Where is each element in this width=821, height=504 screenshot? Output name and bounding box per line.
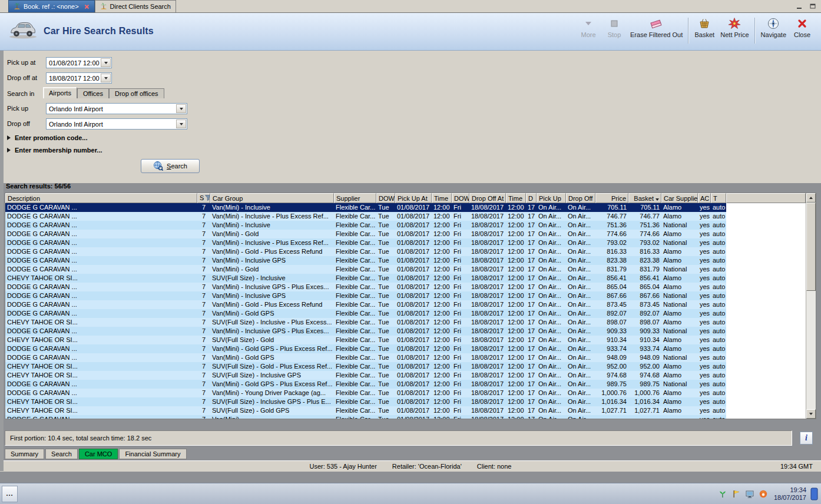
table-row[interactable]: CHEVY TAHOE OR SI...7SUV(Full Size) - Go… xyxy=(5,336,806,344)
table-row[interactable]: DODGE G CARAVAN ...7Van(Mini) - Inclusiv… xyxy=(5,256,806,265)
cell-price: 898.07 xyxy=(595,318,628,327)
cell-supplier: Flexible Car... xyxy=(334,380,376,389)
dropdown-arrow-icon[interactable] xyxy=(101,74,111,82)
column-header-time[interactable]: Time xyxy=(432,193,452,203)
cell-days: 17 xyxy=(526,380,537,389)
bottom-tab-search[interactable]: Search xyxy=(45,449,78,459)
toolbar-navigate-button[interactable]: Navigate xyxy=(758,16,789,39)
column-header-time[interactable]: Time xyxy=(506,193,526,203)
column-header-price[interactable]: Price xyxy=(595,193,628,203)
toolbar-basket-button[interactable]: Basket xyxy=(691,16,717,39)
combo-value: 01/08/2017 12:00 xyxy=(47,59,100,67)
table-row[interactable]: DODGE G CARAVAN ...7Van(Mini) - ...Flexi… xyxy=(5,415,806,419)
table-row[interactable]: DODGE G CARAVAN ...7Van(Mini) - Gold - P… xyxy=(5,247,806,256)
toolbar-erase-filtered-out-button[interactable]: Erase Filtered Out xyxy=(627,16,686,39)
promotion-code-label: Enter promotion code... xyxy=(15,134,87,141)
search-in-tab-offices[interactable]: Offices xyxy=(77,88,109,98)
tab-direct-clients-search[interactable]: Direct Clients Search xyxy=(95,0,176,12)
search-in-tab-drop-off-offices[interactable]: Drop off offices xyxy=(109,88,164,98)
bottom-tab-summary[interactable]: Summary xyxy=(5,449,44,459)
table-row[interactable]: CHEVY TAHOE OR SI...7SUV(Full Size) - Go… xyxy=(5,406,806,415)
table-row[interactable]: DODGE G CARAVAN ...7Van(Mini) - GoldFlex… xyxy=(5,230,806,238)
table-row[interactable]: DODGE G CARAVAN ...7Van(Mini) - Inclusiv… xyxy=(5,203,806,212)
table-row[interactable]: DODGE G CARAVAN ...7Van(Mini) - Gold GPS… xyxy=(5,309,806,318)
column-header-basket[interactable]: Basket xyxy=(628,193,661,203)
minimize-window-icon[interactable] xyxy=(795,2,805,10)
column-header-d[interactable]: D xyxy=(526,193,537,203)
cell-dropoff-time: 12:00 xyxy=(506,353,526,362)
table-row[interactable]: CHEVY TAHOE OR SI...7SUV(Full Size) - In… xyxy=(5,371,806,380)
column-header-pick-up[interactable]: Pick Up xyxy=(537,193,566,203)
column-header-drop-off[interactable]: Drop Off xyxy=(566,193,595,203)
cell-supplier: Flexible Car... xyxy=(334,300,376,309)
pickup-location-combo[interactable]: Orlando Intl Airport xyxy=(46,103,187,114)
show-desktop-icon[interactable] xyxy=(810,488,818,500)
pickup-datetime-combo[interactable]: 01/08/2017 12:00 xyxy=(46,57,112,68)
column-header-pick-up-at[interactable]: Pick Up At xyxy=(395,193,432,203)
filter-icon[interactable] xyxy=(205,195,210,202)
search-in-tab-airports[interactable]: Airports xyxy=(43,87,77,98)
table-row[interactable]: CHEVY TAHOE OR SI...7SUV(Full Size) - In… xyxy=(5,318,806,327)
table-row[interactable]: DODGE G CARAVAN ...7Van(Mini) - Gold GPS… xyxy=(5,380,806,389)
dropdown-arrow-icon[interactable] xyxy=(176,120,186,128)
close-tab-icon[interactable] xyxy=(84,4,90,9)
scroll-down-icon[interactable] xyxy=(806,409,816,419)
table-row[interactable]: CHEVY TAHOE OR SI...7SUV(Full Size) - In… xyxy=(5,274,806,283)
table-row[interactable]: DODGE G CARAVAN ...7Van(Mini) - GoldFlex… xyxy=(5,265,806,274)
membership-number-expander[interactable]: Enter membership number... xyxy=(7,147,102,154)
table-row[interactable]: CHEVY TAHOE OR SI...7SUV(Full Size) - In… xyxy=(5,397,806,406)
table-row[interactable]: DODGE G CARAVAN ...7Van(Mini) - Inclusiv… xyxy=(5,212,806,221)
table-row[interactable]: DODGE G CARAVAN ...7Van(Mini) - Gold GPS… xyxy=(5,353,806,362)
table-row[interactable]: CHEVY TAHOE OR SI...7SUV(Full Size) - Go… xyxy=(5,362,806,371)
tray-browser-icon[interactable] xyxy=(759,489,768,499)
tab-booking-ref[interactable]: Book. ref .: <none> xyxy=(8,0,95,12)
toolbar-nett-price-button[interactable]: Nett Price xyxy=(717,16,752,39)
column-header-t[interactable]: T xyxy=(711,193,726,203)
info-button[interactable]: i xyxy=(800,432,813,445)
dropoff-location-combo[interactable]: Orlando Intl Airport xyxy=(46,118,187,130)
table-row[interactable]: DODGE G CARAVAN ...7Van(Mini) - Inclusiv… xyxy=(5,283,806,291)
column-header-dow[interactable]: DOW xyxy=(376,193,395,203)
cell-filler xyxy=(726,336,806,344)
tray-display-icon[interactable] xyxy=(745,489,754,499)
column-header-description[interactable]: Description xyxy=(5,193,197,203)
cell-ac: yes xyxy=(698,327,711,336)
table-row[interactable]: DODGE G CARAVAN ...7Van(Mini) - Inclusiv… xyxy=(5,327,806,336)
cell-dropoff-date: 18/08/2017 xyxy=(469,203,506,212)
table-row[interactable]: DODGE G CARAVAN ...7Van(Mini) - Gold - P… xyxy=(5,300,806,309)
vertical-scrollbar[interactable] xyxy=(806,193,816,419)
table-row[interactable]: DODGE G CARAVAN ...7Van(Mini) - Inclusiv… xyxy=(5,291,806,300)
column-header-dow[interactable]: DOW xyxy=(452,193,469,203)
status-time: 19:34 GMT xyxy=(780,463,813,470)
table-row[interactable]: DODGE G CARAVAN ...7Van(Mini) - Young Dr… xyxy=(5,389,806,397)
taskbar-start-button[interactable]: ... xyxy=(2,486,18,502)
column-header-s[interactable]: S xyxy=(197,193,210,203)
tray-plant-icon[interactable] xyxy=(718,489,727,499)
bottom-tab-car-mco[interactable]: Car MCO xyxy=(79,449,118,459)
cell-dropoff-location: On Air... xyxy=(566,274,595,283)
toolbar-close-button[interactable]: Close xyxy=(789,16,815,39)
restore-window-icon[interactable] xyxy=(808,2,817,10)
scrollbar-thumb[interactable] xyxy=(806,203,816,291)
search-button[interactable]: Search xyxy=(141,159,200,173)
cell-days: 17 xyxy=(526,318,537,327)
table-row[interactable]: DODGE G CARAVAN ...7Van(Mini) - Inclusiv… xyxy=(5,221,806,230)
scroll-up-icon[interactable] xyxy=(806,193,816,203)
tray-flag-icon[interactable] xyxy=(731,489,741,499)
column-header-supplier[interactable]: Supplier xyxy=(334,193,376,203)
cell-price: 909.33 xyxy=(595,327,628,336)
column-header-car-supplier[interactable]: Car Supplier xyxy=(661,193,698,203)
table-row[interactable]: DODGE G CARAVAN ...7Van(Mini) - Inclusiv… xyxy=(5,238,806,247)
column-header-drop-off-at[interactable]: Drop Off At xyxy=(469,193,506,203)
bottom-tab-financial-summary[interactable]: Financial Summary xyxy=(119,449,186,459)
taskbar-clock[interactable]: 19:34 18/07/2017 xyxy=(774,486,806,502)
promotion-code-expander[interactable]: Enter promotion code... xyxy=(7,134,87,141)
dropoff-datetime-combo[interactable]: 18/08/2017 12:00 xyxy=(46,72,112,84)
table-row[interactable]: DODGE G CARAVAN ...7Van(Mini) - Gold GPS… xyxy=(5,344,806,353)
cell-dropoff-location: On Air... xyxy=(566,397,595,406)
column-header-car-group[interactable]: Car Group xyxy=(210,193,334,203)
dropdown-arrow-icon[interactable] xyxy=(176,104,186,113)
cell-dropoff-date: 18/08/2017 xyxy=(469,406,506,415)
dropdown-arrow-icon[interactable] xyxy=(101,58,111,67)
column-header-ac[interactable]: AC xyxy=(698,193,711,203)
